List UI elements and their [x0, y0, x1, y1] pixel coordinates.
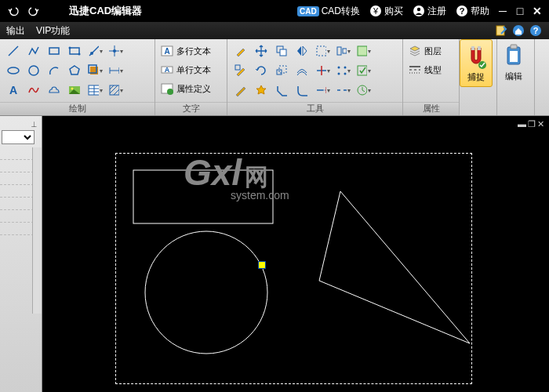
block-icon[interactable]: ▾ — [86, 62, 104, 79]
yen-icon: ¥ — [369, 5, 382, 17]
linetype-button[interactable]: 线型 — [408, 61, 445, 78]
polyline-icon[interactable] — [25, 42, 42, 60]
trim-icon[interactable]: ▾ — [314, 62, 331, 79]
panel-scrollbar[interactable] — [32, 147, 42, 314]
move-icon[interactable] — [253, 42, 270, 60]
drawing-canvas[interactable]: ▬ ❐ ✕ Gxl 网 system.com — [42, 116, 549, 392]
align-icon[interactable]: ▾ — [334, 42, 351, 60]
canvas-restore-icon[interactable]: ❐ — [528, 119, 536, 129]
rect2-icon[interactable] — [66, 42, 83, 60]
menu-bar: 输出 VIP功能 ? — [0, 22, 549, 39]
circle-icon[interactable] — [25, 62, 42, 79]
clipboard-icon — [503, 42, 525, 69]
svg-point-11 — [8, 67, 19, 74]
canvas-min-icon[interactable]: ▬ — [518, 119, 526, 129]
rotate-icon[interactable] — [253, 62, 270, 79]
svg-text:A: A — [165, 66, 170, 74]
ellipse-icon[interactable] — [5, 62, 22, 79]
close-button[interactable]: ✕ — [530, 4, 544, 18]
ribbon-label-props: 属性 — [403, 102, 459, 115]
svg-point-44 — [167, 89, 173, 95]
undo-icon[interactable] — [5, 2, 22, 20]
ribbon-group-tools: ▾ ▾ ▾ ▾ ▾ ▾ ▾ ▾ ▾ 工具 — [227, 39, 403, 115]
buy-button[interactable]: ¥购买 — [366, 3, 406, 20]
drawn-circle[interactable] — [144, 230, 269, 355]
ribbon-edit: 编辑 — [497, 39, 535, 115]
redo-icon[interactable] — [25, 2, 42, 20]
svg-rect-35 — [110, 85, 119, 95]
multiline-text-button[interactable]: A多行文本 — [160, 42, 214, 60]
drop2-icon[interactable]: ▾ — [354, 62, 372, 79]
help-small-icon[interactable]: ? — [529, 24, 543, 38]
drop1-icon[interactable]: ▾ — [354, 42, 372, 60]
rect-icon[interactable] — [45, 42, 63, 60]
break-icon[interactable]: ▾ — [334, 82, 351, 99]
pin-icon[interactable]: ⟂ — [31, 119, 37, 129]
home-icon[interactable] — [511, 24, 525, 38]
offset-icon[interactable] — [293, 62, 311, 79]
panel-combo[interactable] — [2, 130, 35, 144]
polygon-icon[interactable] — [66, 62, 83, 79]
fillet-icon[interactable] — [293, 82, 311, 99]
explode-icon[interactable] — [253, 82, 270, 99]
select-rect-icon[interactable]: ▾ — [314, 42, 331, 60]
hatch-icon[interactable]: ▾ — [107, 82, 124, 99]
minimize-button[interactable]: ─ — [496, 4, 510, 18]
svg-line-38 — [114, 89, 119, 95]
maximize-button[interactable]: □ — [513, 4, 527, 18]
spline-icon[interactable] — [25, 82, 42, 99]
cad-convert-button[interactable]: CADCAD转换 — [294, 3, 363, 20]
canvas-close-icon[interactable]: ✕ — [537, 119, 544, 129]
register-button[interactable]: 注册 — [409, 3, 449, 20]
svg-point-58 — [338, 67, 340, 69]
arc-icon[interactable] — [45, 62, 63, 79]
selection-grip[interactable] — [258, 261, 266, 269]
chamfer-icon[interactable] — [273, 82, 290, 99]
title-bar: 迅捷CAD编辑器 CADCAD转换 ¥购买 注册 ?帮助 ─ □ ✕ — [0, 0, 549, 22]
svg-rect-76 — [133, 170, 273, 223]
svg-point-3 — [417, 8, 420, 11]
menu-output[interactable]: 输出 — [6, 24, 25, 38]
line-icon[interactable] — [5, 42, 22, 60]
ribbon-label-draw: 绘制 — [0, 102, 155, 115]
menu-vip[interactable]: VIP功能 — [36, 24, 70, 38]
ribbon-label-tools: 工具 — [227, 102, 402, 115]
svg-line-36 — [110, 85, 114, 89]
svg-rect-64 — [358, 46, 367, 56]
drawn-triangle[interactable] — [317, 191, 474, 347]
layer-button[interactable]: 图层 — [408, 42, 445, 60]
edit2-tool-icon[interactable] — [232, 62, 249, 79]
ray-icon[interactable]: ▾ — [86, 42, 104, 60]
extend-icon[interactable]: ▾ — [314, 82, 331, 99]
notes-icon[interactable] — [494, 24, 508, 38]
scale-icon[interactable] — [273, 62, 290, 79]
workspace: ⟂ ▬ ❐ ✕ Gxl 网 system.com — [0, 116, 549, 392]
edit-big-button[interactable]: 编辑 — [497, 39, 530, 85]
cloud-icon[interactable] — [45, 82, 63, 99]
help-button[interactable]: ?帮助 — [453, 3, 493, 20]
svg-marker-18 — [70, 66, 79, 74]
text-icon[interactable]: A — [5, 82, 22, 99]
drawn-rectangle[interactable] — [133, 169, 274, 224]
dim-icon[interactable]: ▾ — [107, 62, 124, 79]
edit-tool-icon[interactable] — [232, 42, 249, 60]
copy-icon[interactable] — [273, 42, 290, 60]
ribbon: A ▾ ▾ ▾ ▾ ▾ ▾ 绘制 A多行文本 A单行文本 属性定义 文字 — [0, 39, 549, 116]
image-icon[interactable] — [66, 82, 83, 99]
attrdef-button[interactable]: 属性定义 — [160, 80, 214, 97]
svg-marker-78 — [319, 191, 470, 343]
svg-text:?: ? — [460, 6, 465, 16]
point-icon[interactable]: ▾ — [107, 42, 124, 60]
array-icon[interactable]: ▾ — [334, 62, 351, 79]
magnet-icon — [465, 43, 487, 70]
singleline-text-button[interactable]: A单行文本 — [160, 61, 214, 78]
svg-text:?: ? — [533, 26, 539, 35]
snap-button[interactable]: 捕捉 — [460, 39, 493, 87]
table-icon[interactable]: ▾ — [86, 82, 104, 99]
drop3-icon[interactable]: ▾ — [354, 82, 372, 99]
svg-point-22 — [90, 52, 93, 55]
svg-point-61 — [344, 73, 347, 75]
svg-line-10 — [9, 46, 18, 56]
pencil-tool-icon[interactable] — [232, 82, 249, 99]
mirror-icon[interactable] — [293, 42, 311, 60]
